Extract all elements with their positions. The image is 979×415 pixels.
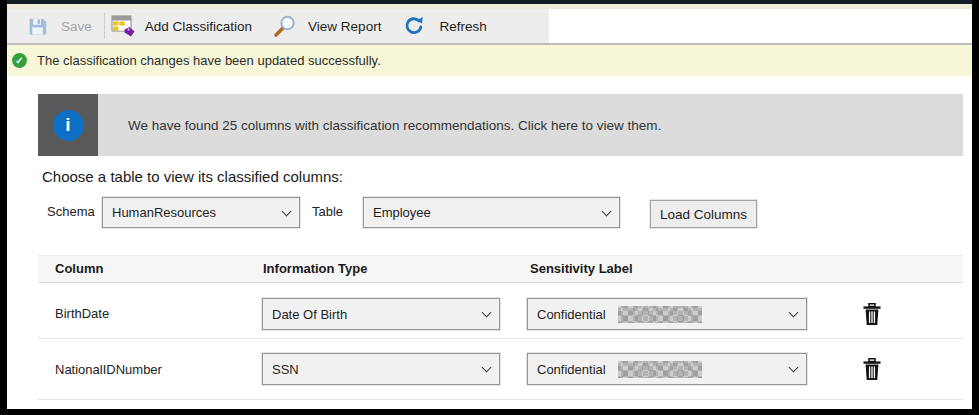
sensitivity-label-select[interactable]: Confidential [527,353,807,385]
table-select-value: Employee [373,205,431,220]
chevron-down-icon [482,363,492,373]
table-header-row: Column Information Type Sensitivity Labe… [38,255,963,283]
frame-border-left [0,0,7,415]
delete-classification-button[interactable] [861,357,883,381]
chevron-down-icon [482,308,492,318]
column-header-information-type: Information Type [263,261,367,276]
picker-heading: Choose a table to view its classified co… [42,168,343,185]
add-classification-button[interactable]: Add Classification [145,19,252,34]
save-icon [27,16,48,37]
redacted-text-blur [618,306,702,323]
information-type-value: Date Of Birth [272,307,347,322]
redacted-text-blur [618,361,702,378]
success-check-icon: ✓ [12,53,27,68]
toolbar: Save Add Classification View Report [7,9,549,43]
info-icon: i [53,110,84,141]
recommendations-message[interactable]: We have found 25 columns with classifica… [128,94,661,156]
information-type-select[interactable]: Date Of Birth [262,298,500,330]
info-icon-tile: i [38,94,98,156]
information-type-value: SSN [272,362,299,377]
row-divider [38,338,963,339]
table-label: Table [312,204,343,219]
information-type-select[interactable]: SSN [262,353,500,385]
save-button[interactable]: Save [61,19,92,34]
frame-border-right [972,0,979,415]
chevron-down-icon [789,363,799,373]
column-header-column: Column [55,261,103,276]
delete-classification-button[interactable] [861,302,883,326]
column-name-cell: BirthDate [55,306,109,321]
chevron-down-icon [789,308,799,318]
sensitivity-label-value: Confidential [537,362,606,377]
table-bottom-rule [38,399,963,400]
column-name-cell: NationalIDNumber [55,362,162,377]
view-report-button[interactable]: View Report [308,19,381,34]
schema-label: Schema [47,204,95,219]
column-header-sensitivity-label: Sensitivity Label [530,261,633,276]
trash-icon [863,358,881,381]
sensitivity-label-select[interactable]: Confidential [527,298,807,330]
chevron-down-icon [602,206,612,216]
toolbar-separator [104,13,105,39]
view-report-icon [272,14,297,39]
schema-select[interactable]: HumanResources [102,197,300,228]
status-message: The classification changes have been upd… [37,53,381,68]
trash-icon [863,303,881,326]
schema-select-value: HumanResources [112,205,216,220]
status-bar: ✓ The classification changes have been u… [7,45,972,76]
frame-border-bottom [0,409,979,415]
load-columns-button[interactable]: Load Columns [650,200,757,228]
recommendations-banner[interactable]: i We have found 25 columns with classifi… [38,94,963,156]
refresh-button[interactable]: Refresh [439,19,486,34]
chevron-down-icon [282,206,292,216]
data-classification-pane: Save Add Classification View Report [0,0,979,415]
table-select[interactable]: Employee [363,197,620,228]
sensitivity-label-value: Confidential [537,307,606,322]
refresh-icon [403,15,425,37]
add-classification-icon [111,15,135,37]
